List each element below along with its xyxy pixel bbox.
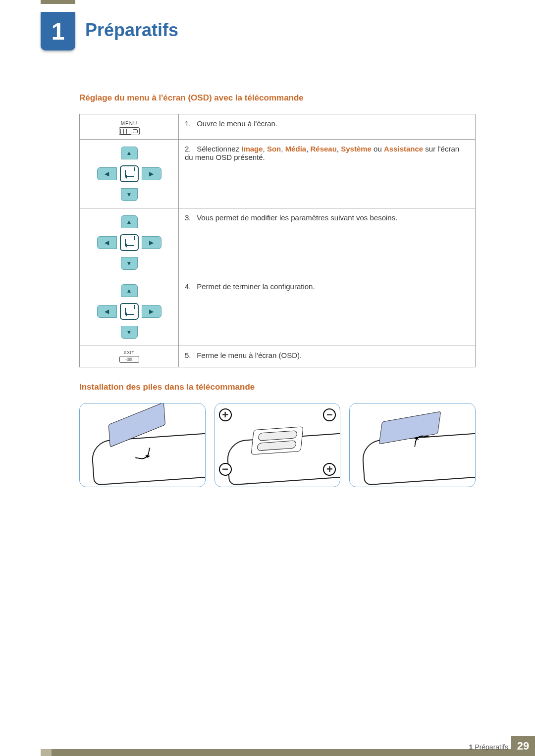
cell-exit-button: EXIT -▯▤ — [80, 346, 179, 367]
dpad-icon — [92, 284, 166, 339]
step-number: 3. — [185, 213, 195, 222]
polarity-minus-icon: − — [219, 463, 232, 476]
dpad-right-icon — [142, 167, 161, 180]
menu-option: Assistance — [384, 145, 423, 153]
step-text: Sélectionnez Image, Son, Média, Réseau, … — [185, 145, 459, 161]
cell-step-text: 4. Permet de terminer la configuration. — [179, 277, 476, 346]
cell-step-text: 5. Ferme le menu à l'écran (OSD). — [179, 346, 476, 367]
cell-step-text: 2. Sélectionnez Image, Son, Média, Résea… — [179, 140, 476, 208]
or-word: ou — [372, 145, 384, 153]
polarity-minus-icon: − — [323, 408, 336, 421]
battery-diagram-row: + − − + — [79, 403, 476, 487]
header-accent-bar — [41, 0, 75, 4]
chapter-number: 1 — [52, 18, 65, 45]
battery-icon — [257, 441, 297, 452]
table-row: 2. Sélectionnez Image, Son, Média, Résea… — [80, 140, 476, 208]
dpad-icon — [92, 215, 166, 270]
dpad-right-icon — [142, 236, 161, 249]
chapter-title: Préparatifs — [85, 20, 178, 41]
dpad-left-icon — [97, 305, 117, 318]
dpad-icon — [92, 147, 166, 201]
dpad-up-icon — [121, 147, 138, 159]
cell-menu-button: MENU — [80, 114, 179, 140]
chapter-number-tab: 1 — [41, 12, 75, 50]
battery-compartment-icon — [251, 427, 304, 455]
step-text: Ferme le menu à l'écran (OSD). — [197, 351, 302, 359]
menu-option: Image — [241, 145, 263, 153]
table-row: MENU 1. Ouvre le menu à l'écran. — [80, 114, 476, 140]
polarity-plus-icon: + — [219, 408, 232, 421]
step-text: Vous permet de modifier les paramètres s… — [197, 213, 397, 222]
dpad-enter-icon — [120, 165, 139, 182]
step-text: Ouvre le menu à l'écran. — [197, 119, 277, 128]
step-number: 1. — [185, 119, 195, 128]
footer-chapter-number: 1 — [469, 743, 473, 751]
dpad-down-icon — [121, 326, 138, 339]
dpad-enter-icon — [120, 234, 139, 251]
menu-button-glyph — [119, 127, 140, 135]
section-heading-battery: Installation des piles dans la télécomma… — [79, 382, 476, 392]
menu-option: Système — [341, 145, 372, 153]
footer-breadcrumb: 1 Préparatifs — [469, 743, 508, 751]
step-number: 2. — [185, 145, 195, 153]
page-number: 29 — [511, 736, 535, 756]
page-footer: 1 Préparatifs 29 — [0, 736, 535, 756]
dpad-enter-icon — [120, 303, 139, 320]
section-heading-osd: Réglage du menu à l'écran (OSD) avec la … — [79, 93, 476, 103]
page-content: Réglage du menu à l'écran (OSD) avec la … — [79, 93, 476, 487]
battery-step1-open-cover — [79, 403, 206, 487]
step-text: Permet de terminer la configuration. — [197, 282, 315, 291]
dpad-up-icon — [121, 284, 138, 297]
exit-button-glyph: -▯▤ — [119, 356, 139, 363]
dpad-down-icon — [121, 188, 138, 201]
footer-band-accent — [41, 749, 52, 756]
footer-band — [41, 749, 535, 756]
menu-option: Son — [267, 145, 281, 153]
dpad-down-icon — [121, 257, 138, 270]
table-row: 4. Permet de terminer la configuration. — [80, 277, 476, 346]
text-prefix: Sélectionnez — [197, 145, 241, 153]
table-row: 3. Vous permet de modifier les paramètre… — [80, 208, 476, 277]
menu-option: Média — [285, 145, 307, 153]
menu-button-label: MENU — [119, 121, 140, 126]
step-number: 4. — [185, 282, 195, 291]
dpad-left-icon — [97, 167, 117, 180]
cell-dpad — [80, 208, 179, 277]
section-battery: Installation des piles dans la télécomma… — [79, 382, 476, 487]
battery-icon — [258, 430, 298, 441]
cell-dpad — [80, 140, 179, 208]
osd-steps-table: MENU 1. Ouvre le menu à l'écran. — [79, 114, 476, 367]
exit-button-icon: EXIT -▯▤ — [119, 350, 139, 363]
cell-step-text: 3. Vous permet de modifier les paramètre… — [179, 208, 476, 277]
menu-button-icon: MENU — [119, 121, 140, 135]
table-row: EXIT -▯▤ 5. Ferme le menu à l'écran (OSD… — [80, 346, 476, 367]
dpad-left-icon — [97, 236, 117, 249]
step-number: 5. — [185, 351, 195, 359]
arrow-icon — [135, 446, 150, 460]
dpad-right-icon — [142, 305, 161, 318]
arrow-icon — [414, 434, 429, 449]
dpad-up-icon — [121, 215, 138, 228]
exit-button-label: EXIT — [119, 350, 139, 355]
footer-chapter-title: Préparatifs — [475, 743, 508, 751]
cell-dpad — [80, 277, 179, 346]
cell-step-text: 1. Ouvre le menu à l'écran. — [179, 114, 476, 140]
battery-step2-insert: + − − + — [214, 403, 341, 487]
menu-option: Réseau — [310, 145, 336, 153]
battery-step3-close-cover — [349, 403, 476, 487]
